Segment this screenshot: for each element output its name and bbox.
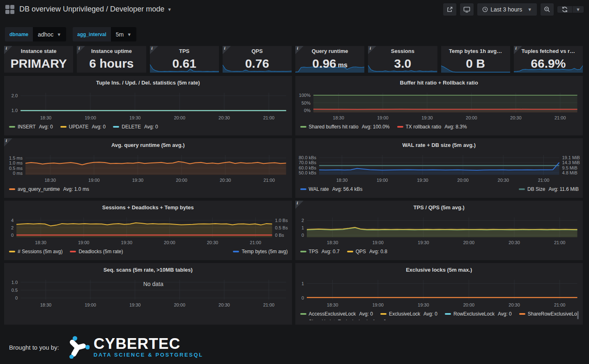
clock-icon: [482, 7, 488, 12]
legend-scrollbar[interactable]: [577, 311, 579, 319]
info-icon[interactable]: i: [150, 46, 158, 54]
legend-item[interactable]: QPSAvg: 0.8: [347, 249, 387, 254]
info-icon[interactable]: i: [295, 201, 304, 209]
panel-buffer-hit-ratio: Buffer hit ratio + Rollback ratio 18:301…: [295, 76, 583, 135]
panel-title[interactable]: TPS / QPS (5m avg.): [295, 203, 583, 213]
share-button[interactable]: [443, 3, 456, 16]
chart-plot[interactable]: 18:3019:0019:3020:0020:3021:00012: [295, 215, 583, 247]
legend-item[interactable]: ExclusiveLockAvg: 0: [380, 311, 437, 317]
legend-item[interactable]: TX rollback ratioAvg: 8.3%: [397, 124, 467, 130]
panel-title[interactable]: WAL rate + DB size (5m avg.): [295, 141, 583, 151]
stat-title[interactable]: Query runtime: [312, 48, 348, 54]
svg-text:19:00: 19:00: [377, 115, 389, 120]
legend: Shared buffers hit ratioAvg: 100.0%TX ro…: [300, 123, 579, 130]
legend-item[interactable]: UPDATEAvg: 0: [60, 124, 106, 130]
legend-label: ShareUpdateExclusiveLock: [309, 319, 369, 321]
stat-panels-row: i Instance state PRIMARY i Instance upti…: [4, 46, 583, 73]
legend-avg: Avg: 0: [372, 319, 386, 321]
svg-text:20:30: 20:30: [497, 178, 509, 183]
svg-text:1.5 ms: 1.5 ms: [9, 156, 23, 160]
legend-item[interactable]: INSERTAvg: 0: [9, 124, 53, 130]
info-icon[interactable]: i: [4, 138, 12, 147]
cybertec-logo-text: CYBERTEC DATA SCIENCE & POSTGRESQL: [94, 337, 203, 358]
dbname-caret-down-icon: ▼: [57, 32, 61, 37]
stat-title[interactable]: Instance uptime: [91, 48, 132, 54]
refresh-button[interactable]: [557, 6, 572, 13]
legend-item[interactable]: ShareRowExclusiveLockAvg: 0: [519, 311, 579, 317]
panel-title[interactable]: Tuple Ins. / Upd. / Del. statistics (5m …: [4, 78, 292, 88]
chart-plot[interactable]: 18:3019:0019:3020:0020:3021:000 ms0.5 ms…: [4, 153, 292, 185]
graph-panels-grid: Tuple Ins. / Upd. / Del. statistics (5m …: [4, 76, 583, 325]
svg-text:70.0 kBs: 70.0 kBs: [299, 160, 316, 165]
info-icon[interactable]: i: [514, 46, 522, 54]
stat-instance-uptime: i Instance uptime 6 hours: [77, 46, 146, 73]
info-icon[interactable]: i: [368, 46, 376, 54]
variable-agg-interval-select[interactable]: 5m ▼: [111, 27, 136, 41]
legend-label: DELETE: [122, 124, 141, 130]
legend-item[interactable]: Temp bytes (5m avg): [233, 249, 288, 254]
stat-value: 6 hours: [89, 54, 133, 73]
svg-text:0: 0: [301, 233, 304, 238]
legend-swatch: [60, 126, 67, 128]
chart-plot[interactable]: 18:3019:0019:3020:0020:3021:0050.0 kBs4.…: [295, 153, 583, 185]
variable-dbname-select[interactable]: adhoc ▼: [33, 27, 66, 41]
chart-plot[interactable]: 18:3019:0019:3020:0020:3021:0001: [295, 277, 583, 309]
svg-text:20:00: 20:00: [457, 178, 469, 183]
info-icon[interactable]: i: [4, 46, 12, 54]
legend-item[interactable]: AccessExclusiveLockAvg: 0: [300, 311, 373, 317]
legend-swatch: [519, 188, 525, 190]
panel-title[interactable]: Sessions + Deadlocks + Temp bytes: [4, 203, 292, 213]
stat-title[interactable]: Temp bytes 1h avg…: [449, 48, 502, 54]
legend-item[interactable]: Shared buffers hit ratioAvg: 100.0%: [300, 124, 390, 130]
panel-tps-qps: i TPS / QPS (5m avg.) 18:3019:0019:3020:…: [295, 201, 583, 260]
legend-item[interactable]: DB SizeAvg: 11.6 MiB: [519, 186, 579, 192]
title-caret-down-icon[interactable]: ▼: [167, 7, 172, 12]
legend-avg: Avg: 0.8: [369, 249, 387, 254]
legend-item[interactable]: # Sessions (5m avg): [9, 249, 62, 254]
stat-value: 0.76: [245, 54, 269, 73]
legend-swatch: [347, 251, 353, 252]
panel-title[interactable]: Seq. scans (5m rate, >10MB tables): [4, 266, 292, 275]
time-range-picker[interactable]: Last 3 hours ▼: [477, 3, 537, 16]
chart-plot[interactable]: 18:3019:0019:3020:0020:3021:000%50%100%: [295, 90, 583, 122]
svg-text:20:00: 20:00: [463, 302, 474, 307]
legend-item[interactable]: DELETEAvg: 0: [113, 124, 158, 130]
stat-title[interactable]: Sessions: [391, 48, 414, 54]
chart-plot[interactable]: 18:3019:0019:3020:0020:3021:001.02.0: [4, 90, 292, 122]
cybertec-logo[interactable]: CYBERTEC DATA SCIENCE & POSTGRESQL: [66, 336, 203, 359]
stat-title[interactable]: QPS: [251, 48, 262, 54]
stat-title[interactable]: Tuples fetched vs r…: [522, 48, 575, 54]
tv-mode-button[interactable]: [460, 3, 474, 16]
svg-text:1.0: 1.0: [12, 280, 18, 285]
svg-text:19:00: 19:00: [372, 240, 384, 245]
panel-title[interactable]: Buffer hit ratio + Rollback ratio: [295, 78, 583, 88]
info-icon[interactable]: i: [295, 46, 304, 54]
variable-dbname-value: adhoc: [38, 31, 53, 38]
info-icon[interactable]: i: [223, 46, 231, 54]
svg-text:50%: 50%: [301, 101, 310, 105]
refresh-interval-caret[interactable]: ▼: [572, 6, 584, 13]
info-icon[interactable]: i: [77, 46, 85, 54]
chart-plot[interactable]: 18:3019:0019:3020:0020:3021:0000.51.0No …: [4, 277, 292, 309]
svg-text:50.0 kBs: 50.0 kBs: [299, 170, 316, 175]
stat-title[interactable]: TPS: [179, 48, 189, 54]
legend-item[interactable]: avg_query_runtimeAvg: 1.0 ms: [9, 186, 89, 192]
legend-label: Shared buffers hit ratio: [309, 124, 359, 130]
panel-title[interactable]: Avg. query runtime (5m avg.): [4, 141, 292, 151]
zoom-out-button[interactable]: [541, 3, 554, 16]
legend-avg: Avg: 0: [92, 124, 106, 130]
dashboard-title[interactable]: DB overview Unprivileged / Developer mod…: [19, 5, 164, 14]
svg-text:4: 4: [11, 218, 14, 223]
legend-item[interactable]: ShareUpdateExclusiveLockAvg: 0: [300, 319, 387, 321]
legend-item[interactable]: TPSAvg: 0.7: [300, 249, 340, 254]
stat-title[interactable]: Instance state: [21, 48, 57, 54]
dashboard-icon[interactable]: [5, 5, 14, 14]
legend-item[interactable]: WAL rateAvg: 56.4 kBs: [300, 186, 363, 192]
chart-plot[interactable]: 18:3019:0019:3020:0020:3021:0000 Bs20.5 …: [4, 215, 292, 247]
stat-query-runtime: i Query runtime 0.96 ms: [295, 46, 364, 73]
legend-item[interactable]: RowExclusiveLockAvg: 0: [445, 311, 512, 317]
panel-title[interactable]: Exclusive locks (5m max.): [295, 266, 583, 275]
svg-text:20:00: 20:00: [466, 115, 477, 120]
legend-item[interactable]: Deadlocks (5m rate): [70, 249, 123, 254]
svg-text:20:30: 20:30: [220, 178, 231, 183]
